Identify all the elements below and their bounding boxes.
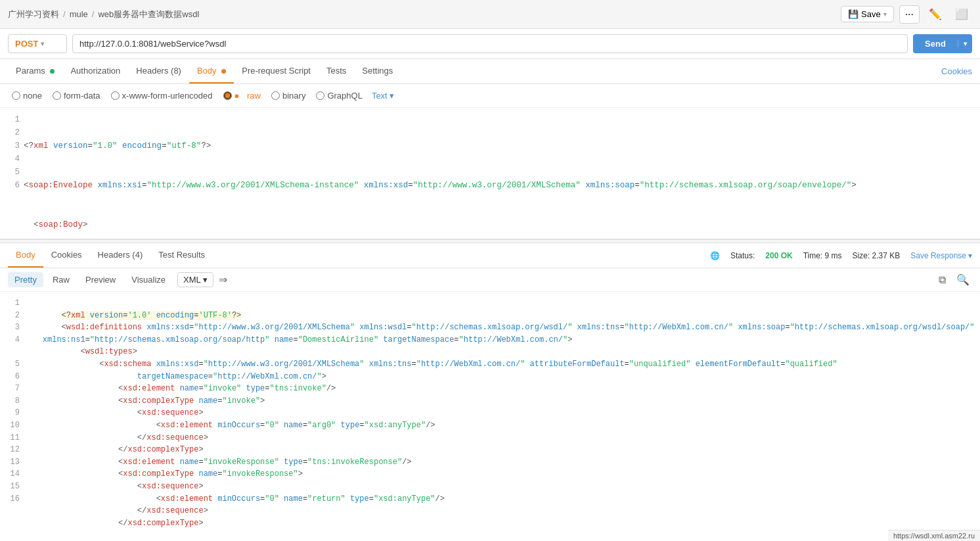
resp-tab-cookies[interactable]: Cookies (43, 243, 90, 268)
time-label: Time: 9 ms (803, 251, 842, 260)
raw-format-dropdown[interactable]: Text ▾ (372, 91, 394, 101)
link-soap[interactable]: http://schemas.xmlsoap.org/wsdl/soap/ (795, 323, 969, 332)
xml-format-label: XML (183, 275, 201, 285)
resp-testresults-label: Test Results (158, 250, 205, 260)
response-code-area[interactable]: 1 2 3 4 5 6 7 8 9 10 11 12 13 14 15 16 <… (0, 292, 980, 529)
url-bar: POST ▾ Send ▾ (0, 29, 980, 59)
request-line-numbers: 1 2 3 4 5 6 (0, 108, 24, 239)
resp-tab-test-results[interactable]: Test Results (150, 243, 213, 268)
option-raw[interactable]: ● raw (219, 89, 265, 102)
method-selector[interactable]: POST ▾ (8, 34, 67, 53)
request-code-content[interactable]: <?xml version="1.0" encoding="utf-8"?> <… (24, 108, 980, 239)
tab-prerequest-label: Pre-request Script (242, 66, 311, 76)
response-status: 🌐 Status: 200 OK Time: 9 ms Size: 2.37 K… (710, 251, 972, 260)
breadcrumb: 广州学习资料 / mule / web服务器中查询数据wsdl (8, 9, 841, 20)
tab-settings[interactable]: Settings (354, 59, 401, 83)
send-button[interactable]: Send ▾ (913, 34, 972, 53)
breadcrumb-sep-2: / (92, 9, 95, 19)
request-editor: 1 2 3 4 5 6 <?xml version="1.0" encoding… (0, 108, 980, 239)
save-chevron-icon: ▾ (883, 11, 887, 18)
tab-tests-label: Tests (326, 66, 346, 76)
params-dot (50, 69, 55, 74)
response-code-content[interactable]: <?xml version='1.0' encoding='UTF-8'?> <… (24, 292, 980, 529)
save-response-chevron-icon: ▾ (968, 251, 972, 260)
fmt-tab-visualize[interactable]: Visualize (125, 272, 172, 287)
link-schema-target[interactable]: http://WebXml.com.cn/ (217, 372, 317, 381)
send-label: Send (913, 39, 958, 49)
more-icon: ··· (905, 9, 914, 20)
save-response-button[interactable]: Save Response ▾ (910, 251, 972, 260)
xml-format-dropdown[interactable]: XML ▾ (177, 272, 213, 287)
wrap-lines-button[interactable]: ⇒ (216, 272, 230, 287)
response-format-row: Pretty Raw Preview Visualize XML ▾ ⇒ ⧉ 🔍 (0, 268, 980, 292)
tab-params[interactable]: Params (8, 59, 62, 83)
option-form-data[interactable]: form-data (49, 89, 104, 102)
option-graphql[interactable]: GraphQL (312, 89, 366, 102)
response-panel: Body Cookies Headers (4) Test Results 🌐 … (0, 243, 980, 541)
url-hint: https://wsdl.xml.asm22.ru (888, 530, 980, 541)
request-code-area[interactable]: 1 2 3 4 5 6 <?xml version="1.0" encoding… (0, 108, 980, 239)
raw-format-label: Text (372, 91, 388, 101)
request-tabs: Params Authorization Headers (8) Body Pr… (0, 59, 980, 84)
size-label: Size: 2.37 KB (853, 251, 901, 260)
tab-headers[interactable]: Headers (8) (128, 59, 189, 83)
fmt-tab-pretty[interactable]: Pretty (8, 272, 43, 287)
status-code: 200 OK (765, 251, 792, 260)
tab-tests[interactable]: Tests (319, 59, 354, 83)
resp-body-label: Body (16, 250, 35, 260)
globe-icon: 🌐 (710, 251, 720, 260)
tab-authorization[interactable]: Authorization (62, 59, 128, 83)
resp-cookies-label: Cookies (51, 250, 82, 260)
link-schema-xsd[interactable]: http://www.w3.org/2001/XMLSchema (208, 360, 359, 369)
response-line-numbers: 1 2 3 4 5 6 7 8 9 10 11 12 13 14 15 16 (0, 292, 24, 529)
body-dot (221, 69, 226, 74)
resp-tab-headers[interactable]: Headers (4) (90, 243, 151, 268)
raw-format-chevron-icon: ▾ (390, 91, 394, 101)
fmt-tab-preview[interactable]: Preview (79, 272, 122, 287)
status-label: Status: (730, 251, 755, 260)
fmt-tab-raw[interactable]: Raw (46, 272, 76, 287)
tab-settings-label: Settings (362, 66, 393, 76)
tab-body-label: Body (197, 66, 217, 76)
save-button[interactable]: 💾 Save ▾ (841, 6, 894, 22)
copy-button[interactable]: ⧉ (936, 272, 948, 287)
more-button[interactable]: ··· (899, 5, 920, 24)
response-tabs-row: Body Cookies Headers (4) Test Results 🌐 … (0, 243, 980, 268)
tab-headers-label: Headers (8) (136, 66, 181, 76)
layout-icon-button[interactable]: ⬜ (951, 5, 972, 23)
top-bar-actions: 💾 Save ▾ ··· ✏️ ⬜ (841, 5, 972, 24)
search-button[interactable]: 🔍 (954, 272, 972, 287)
tab-params-label: Params (16, 66, 45, 76)
breadcrumb-part-1: 广州学习资料 (8, 9, 59, 20)
url-input[interactable] (72, 34, 908, 53)
tab-body[interactable]: Body (189, 59, 234, 83)
link-schema-tns[interactable]: http://WebXml.com.cn/ (421, 360, 520, 369)
cookies-link[interactable]: Cookies (941, 66, 972, 76)
main-layout: POST ▾ Send ▾ Params Authorization Heade… (0, 29, 980, 541)
method-label: POST (15, 39, 38, 49)
link-xsd[interactable]: http://www.w3.org/2001/XMLSchema (198, 323, 349, 332)
xml-chevron-icon: ▾ (203, 275, 208, 285)
link-ns1[interactable]: http://schemas.xmlsoap.org/soap/http (95, 335, 265, 344)
top-bar: 广州学习资料 / mule / web服务器中查询数据wsdl 💾 Save ▾… (0, 0, 980, 29)
edit-icon-button[interactable]: ✏️ (925, 5, 946, 23)
breadcrumb-part-3: web服务器中查询数据wsdl (98, 9, 199, 20)
tab-authorization-label: Authorization (70, 66, 120, 76)
link-wsdl[interactable]: http://schemas.xmlsoap.org/wsdl/ (416, 323, 568, 332)
link-target[interactable]: http://WebXml.com.cn/ (464, 335, 563, 344)
body-options: none form-data x-www-form-urlencoded ● r… (0, 84, 980, 108)
option-none[interactable]: none (8, 89, 46, 102)
resp-tab-body[interactable]: Body (8, 243, 43, 268)
send-chevron-icon: ▾ (958, 40, 972, 47)
response-format-icons: ⧉ 🔍 (936, 272, 972, 287)
option-binary[interactable]: binary (267, 89, 309, 102)
option-urlencoded[interactable]: x-www-form-urlencoded (107, 89, 217, 102)
save-icon: 💾 (848, 9, 858, 19)
breadcrumb-part-2: mule (70, 9, 88, 19)
resp-headers-label: Headers (4) (98, 250, 143, 260)
method-chevron-icon: ▾ (41, 40, 44, 47)
save-label: Save (861, 9, 881, 19)
breadcrumb-sep-1: / (63, 9, 66, 19)
tab-pre-request-script[interactable]: Pre-request Script (234, 59, 319, 83)
link-tns[interactable]: http://WebXml.com.cn/ (629, 323, 728, 332)
